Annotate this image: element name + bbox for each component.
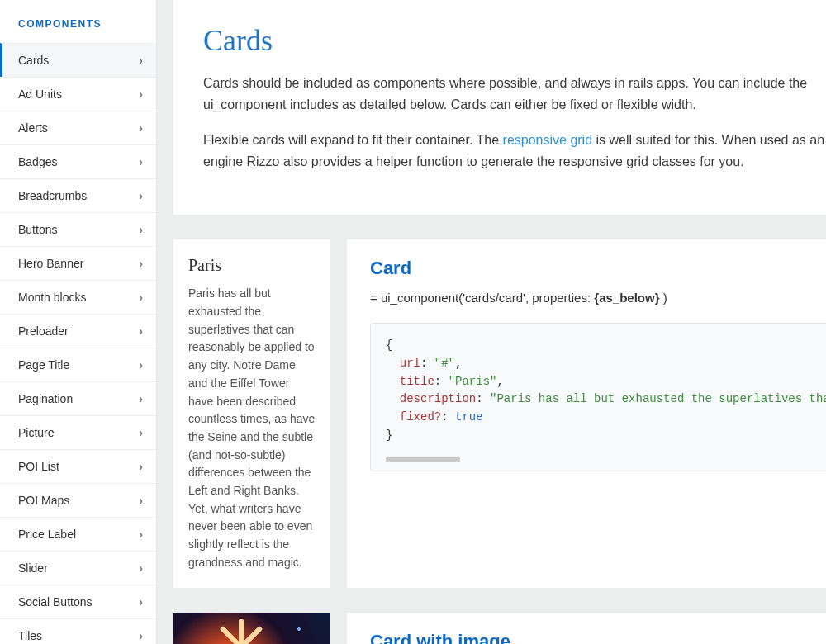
sidebar-item-cards[interactable]: Cards › <box>0 43 156 77</box>
chevron-right-icon: › <box>139 494 143 507</box>
chevron-right-icon: › <box>139 392 143 405</box>
usage-line-card: = ui_component('cards/card', properties:… <box>370 291 826 305</box>
chevron-right-icon: › <box>139 460 143 473</box>
main-content: Cards Cards should be included as compon… <box>157 0 826 644</box>
chevron-right-icon: › <box>139 155 143 168</box>
sidebar-item-tiles[interactable]: Tiles › <box>0 618 156 644</box>
sidebar-item-hero-banner[interactable]: Hero Banner › <box>0 246 156 280</box>
sidebar-item-badges[interactable]: Badges › <box>0 144 156 178</box>
intro-paragraph-2: Flexible cards will expand to fit their … <box>203 130 826 172</box>
sidebar-item-preloader[interactable]: Preloader › <box>0 314 156 348</box>
sidebar-item-label: Pagination <box>18 392 73 405</box>
chevron-right-icon: › <box>139 257 143 270</box>
example-card-paris: Paris Paris has all but exhausted the su… <box>173 239 330 588</box>
intro-panel: Cards Cards should be included as compon… <box>173 0 826 215</box>
sidebar-item-poi-maps[interactable]: POI Maps › <box>0 483 156 517</box>
sidebar-item-buttons[interactable]: Buttons › <box>0 212 156 246</box>
sidebar-item-label: Badges <box>18 155 57 168</box>
chevron-right-icon: › <box>139 223 143 236</box>
chevron-right-icon: › <box>139 54 143 67</box>
chevron-right-icon: › <box>139 189 143 202</box>
chevron-right-icon: › <box>139 121 143 135</box>
chevron-right-icon: › <box>139 324 143 338</box>
chevron-right-icon: › <box>139 358 143 372</box>
code-panel-card-image: Card with image = ui_component('cards/ca… <box>347 613 826 644</box>
sidebar-item-label: Page Title <box>18 358 69 372</box>
sidebar-item-label: Tiles <box>18 629 42 642</box>
sidebar-item-label: Slider <box>18 561 48 575</box>
sidebar-item-label: Social Buttons <box>18 595 93 608</box>
example-row-card: Paris Paris has all but exhausted the su… <box>173 239 826 588</box>
sidebar-item-page-title[interactable]: Page Title › <box>0 348 156 381</box>
sidebar-item-label: Ad Units <box>18 88 62 101</box>
chevron-right-icon: › <box>139 528 143 541</box>
sidebar-item-label: Alerts <box>18 121 48 135</box>
sidebar-item-month-blocks[interactable]: Month blocks › <box>0 280 156 314</box>
sidebar-item-label: Cards <box>18 54 49 67</box>
chevron-right-icon: › <box>139 629 143 642</box>
chevron-right-icon: › <box>139 595 143 608</box>
sidebar-item-alerts[interactable]: Alerts › <box>0 111 156 144</box>
sidebar-item-label: Month blocks <box>18 291 86 304</box>
sidebar-item-price-label[interactable]: Price Label › <box>0 517 156 551</box>
chevron-right-icon: › <box>139 561 143 575</box>
page-title: Cards <box>203 23 826 58</box>
horizontal-scrollbar[interactable] <box>386 457 460 462</box>
sidebar-item-breadcrumbs[interactable]: Breadcrumbs › <box>0 178 156 212</box>
example-card-image <box>173 613 330 644</box>
responsive-grid-link[interactable]: responsive grid <box>503 133 593 147</box>
sidebar-item-label: POI List <box>18 460 59 473</box>
intro-paragraph-1: Cards should be included as components w… <box>203 73 826 115</box>
sidebar-item-poi-list[interactable]: POI List › <box>0 449 156 483</box>
chevron-right-icon: › <box>139 291 143 304</box>
chevron-right-icon: › <box>139 88 143 101</box>
section-heading-card-image: Card with image <box>370 631 826 644</box>
windmill-icon <box>208 616 274 644</box>
example-card-description: Paris has all but exhausted the superlat… <box>188 285 316 571</box>
sidebar-item-label: Buttons <box>18 223 57 236</box>
sidebar-item-label: Hero Banner <box>18 257 83 270</box>
sidebar-item-ad-units[interactable]: Ad Units › <box>0 77 156 111</box>
sidebar-item-label: Preloader <box>18 324 69 338</box>
sidebar-item-label: Price Label <box>18 528 76 541</box>
sidebar: COMPONENTS Cards › Ad Units › Alerts › B… <box>0 0 157 644</box>
sidebar-item-slider[interactable]: Slider › <box>0 551 156 585</box>
sidebar-item-label: Picture <box>18 426 55 439</box>
chevron-right-icon: › <box>139 426 143 439</box>
code-panel-card: Card = ui_component('cards/card', proper… <box>347 239 826 588</box>
sidebar-item-pagination[interactable]: Pagination › <box>0 381 156 415</box>
example-card-title: Paris <box>188 256 316 275</box>
sidebar-item-social-buttons[interactable]: Social Buttons › <box>0 585 156 618</box>
sidebar-item-label: POI Maps <box>18 494 69 507</box>
example-row-card-image: Card with image = ui_component('cards/ca… <box>173 613 826 644</box>
section-heading-card: Card <box>370 258 826 279</box>
code-block-card[interactable]: { url: "#", title: "Paris", description:… <box>370 323 826 471</box>
sidebar-title: COMPONENTS <box>0 0 156 43</box>
sidebar-item-label: Breadcrumbs <box>18 189 87 202</box>
sidebar-item-picture[interactable]: Picture › <box>0 415 156 449</box>
